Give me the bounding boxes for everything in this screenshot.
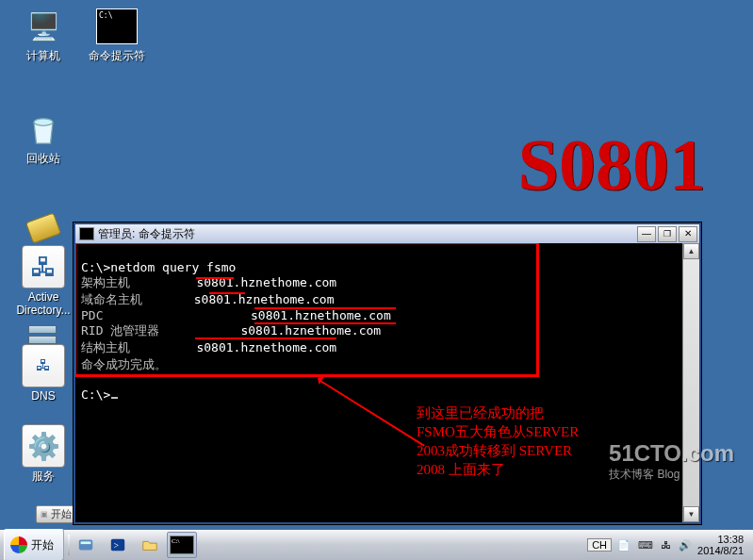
role-4: 结构主机 <box>81 340 130 354</box>
icon-label: Active Directory... <box>9 290 77 317</box>
desktop-icon-recycle[interactable]: 回收站 <box>9 108 77 165</box>
system-tray[interactable]: CH 📄 ⌨ 🖧 🔊 13:38 2014/8/21 <box>581 530 753 560</box>
clock-time: 13:38 <box>697 534 744 545</box>
host-4: s0801.hznethome.com <box>196 340 336 354</box>
maximize-button[interactable] <box>658 226 677 242</box>
computer-icon: 🖥️ <box>23 6 64 47</box>
svg-rect-1 <box>79 540 92 551</box>
role-3: RID 池管理器 <box>81 323 159 338</box>
active-directory-icon: 🖧 <box>22 245 65 288</box>
role-0: 架构主机 <box>81 275 130 289</box>
red-arrow-line <box>319 380 424 447</box>
terminal-body[interactable]: C:\>netdom query fsmo 架构主机 s0801.hznetho… <box>75 243 699 522</box>
taskbar-clock[interactable]: 13:38 2014/8/21 <box>697 534 747 556</box>
title-bar[interactable]: 管理员: 命令提示符 <box>75 224 699 243</box>
cmd-icon <box>170 535 194 554</box>
scroll-up-button[interactable]: ▲ <box>683 243 699 259</box>
desktop-icon-dns[interactable]: 🖧 DNS <box>9 344 77 403</box>
terminal-command: netdom query fsmo <box>110 260 236 274</box>
close-button[interactable] <box>679 226 697 242</box>
mini-servers-icon <box>28 325 57 344</box>
red-underline-4 <box>195 338 336 339</box>
host-3: s0801.hznethome.com <box>240 323 381 338</box>
prompt2: C:\> <box>81 387 110 402</box>
taskbar[interactable]: 开始 > CH 📄 ⌨ 🖧 🔊 13:38 2014/8/21 <box>0 529 753 560</box>
clock-date: 2014/8/21 <box>697 545 744 556</box>
host-watermark: S0801 <box>518 123 706 207</box>
terminal-cursor <box>111 397 118 399</box>
desktop-icon-cmd[interactable]: 命令提示符 <box>83 6 151 62</box>
taskbar-cmd[interactable] <box>167 532 197 558</box>
svg-point-0 <box>34 119 53 126</box>
red-annotation-text: 到这里已经成功的把 FSMO五大角色从SERVER 2003成功转移到 SERV… <box>417 404 579 479</box>
taskbar-explorer[interactable] <box>135 532 165 558</box>
prompt1: C:\> <box>81 260 110 274</box>
mini-start-button[interactable]: ▣ 开始 <box>36 505 78 523</box>
svg-rect-2 <box>81 541 91 544</box>
host-0: s0801.hznethome.com <box>196 275 336 289</box>
start-label: 开始 <box>31 537 54 553</box>
scroll-down-button[interactable]: ▼ <box>683 506 699 522</box>
role-1: 域命名主机 <box>81 292 142 306</box>
host-1: s0801.hznethome.com <box>194 292 335 306</box>
services-icon: ⚙️ <box>22 424 65 468</box>
icon-label: 命令提示符 <box>83 49 151 62</box>
gold-object-icon <box>25 212 61 243</box>
window-scrollbar[interactable]: ▲ ▼ <box>682 243 699 522</box>
taskbar-server-manager[interactable] <box>71 532 101 558</box>
tray-document-icon[interactable]: 📄 <box>615 539 632 552</box>
start-button[interactable]: 开始 <box>4 529 64 560</box>
start-orb-icon <box>10 536 27 553</box>
ime-indicator[interactable]: CH <box>587 538 612 552</box>
svg-text:>: > <box>114 540 120 551</box>
desktop-icon-computer[interactable]: 🖥️ 计算机 <box>9 6 77 62</box>
cmd-window[interactable]: 管理员: 命令提示符 C:\>netdom query fsmo 架构主机 s0… <box>74 222 701 524</box>
host-2: s0801.hznethome.com <box>251 308 391 322</box>
icon-label: 计算机 <box>9 49 77 62</box>
window-title: 管理员: 命令提示符 <box>98 226 637 242</box>
desktop-icon-services[interactable]: ⚙️ 服务 <box>9 424 77 483</box>
mini-start-label: 开始 <box>51 507 72 521</box>
icon-label: 服务 <box>9 469 77 483</box>
tray-network-icon[interactable]: 🖧 <box>659 539 673 551</box>
icon-label: DNS <box>9 389 77 403</box>
cmd-titlebar-icon <box>79 227 94 240</box>
icon-label: 回收站 <box>9 152 77 165</box>
done-msg: 命令成功完成。 <box>81 357 167 371</box>
desktop-icon-ad[interactable]: 🖧 Active Directory... <box>9 245 77 317</box>
taskbar-powershell[interactable]: > <box>103 532 133 558</box>
cmd-icon <box>96 6 138 47</box>
taskbar-divider <box>68 535 70 555</box>
tray-sound-icon[interactable]: 🔊 <box>677 539 694 552</box>
dns-icon: 🖧 <box>22 344 65 387</box>
recycle-bin-icon <box>23 108 64 150</box>
minimize-button[interactable] <box>637 226 656 242</box>
tray-input-icon[interactable]: ⌨ <box>636 539 655 552</box>
role-2: PDC <box>81 308 103 322</box>
